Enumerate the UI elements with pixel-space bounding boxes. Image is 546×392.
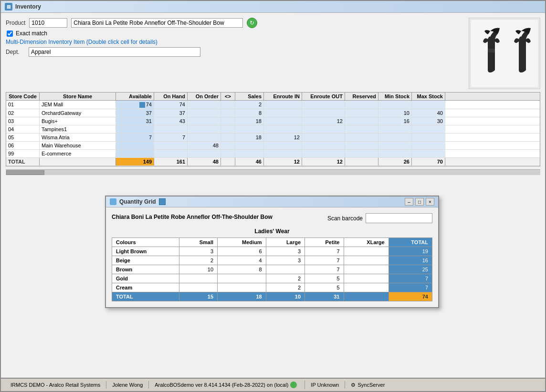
table-row[interactable]: 06 Main Warehouse 48 [6, 142, 540, 150]
table-row[interactable]: 99 E-commerce [6, 150, 540, 158]
enroute-out: 12 [302, 117, 345, 125]
refresh-button[interactable]: ↻ [247, 18, 257, 28]
store-code: 03 [6, 117, 40, 125]
on-order [188, 134, 221, 141]
qty-table-header: Colours Small Medium Large Petite XLarge… [112, 238, 432, 247]
available: 37 [116, 109, 154, 117]
store-name: E-commerce [40, 150, 116, 157]
sales: 8 [235, 109, 264, 117]
col-header-enroute-in: Enroute IN [264, 93, 302, 100]
qty-section-label: Ladies' Wear [112, 228, 432, 235]
on-hand: 74 [154, 101, 188, 109]
qty-content: Chiara Boni La Petite Robe Anneflor Off-… [106, 207, 438, 307]
qty-icon [110, 198, 116, 205]
qty-scan-input[interactable] [366, 213, 432, 223]
table-row[interactable]: Light Brown 3 6 3 7 19 [112, 247, 432, 256]
col-header-max-stock: Max Stock [412, 93, 445, 100]
table-row[interactable]: Brown 10 8 7 25 [112, 265, 432, 274]
table-row[interactable]: 05 Wisma Atria 7 7 18 12 [6, 134, 540, 142]
reserved [345, 117, 378, 125]
on-hand [154, 125, 188, 133]
table-row[interactable]: Gold 2 5 7 [112, 274, 432, 283]
small-cell [179, 274, 217, 283]
max-stock [412, 134, 445, 141]
on-order [188, 117, 221, 125]
store-code: 01 [6, 101, 40, 109]
large-cell: 2 [266, 274, 304, 283]
scrollbar-thumb[interactable] [6, 170, 44, 175]
min-stock [378, 101, 412, 109]
arrow [221, 125, 235, 133]
dept-input[interactable] [29, 47, 200, 57]
qty-restore-button[interactable]: □ [415, 198, 424, 206]
col-header-available: Available [116, 93, 154, 100]
qty-scan-label: Scan barcode [327, 215, 363, 222]
total-on-order: 48 [188, 158, 221, 165]
status-app-name: IRMCS DEMO - Aralco Retail Systems [5, 381, 106, 389]
xlarge-cell [344, 256, 388, 265]
table-row[interactable]: Cream 2 5 7 [112, 283, 432, 292]
table-row[interactable]: Beige 2 4 3 7 16 [112, 256, 432, 265]
qty-close-button[interactable]: × [426, 198, 434, 206]
col-header-store-name: Store Name [40, 93, 116, 100]
on-hand: 43 [154, 117, 188, 125]
reserved [345, 150, 378, 157]
qty-controls[interactable]: – □ × [405, 198, 434, 206]
small-cell: 2 [179, 256, 217, 265]
min-stock: 10 [378, 109, 412, 117]
qty-total-row: TOTAL 15 18 10 31 74 [112, 292, 432, 301]
table-row[interactable]: 03 Bugis+ 31 43 18 12 16 30 [6, 117, 540, 125]
medium-cell: 8 [218, 265, 266, 274]
large-cell: 3 [266, 256, 304, 265]
enroute-in [264, 101, 302, 109]
inventory-icon: ▤ [5, 3, 12, 10]
min-stock [378, 142, 412, 149]
on-order [188, 125, 221, 133]
multi-dim-link[interactable]: Multi-Dimension Inventory Item (Double c… [6, 39, 464, 45]
table-row[interactable]: 01 JEM Mall 74 74 2 [6, 101, 540, 109]
store-name: Wisma Atria [40, 134, 116, 141]
window-title: Inventory [15, 3, 41, 10]
product-name-input[interactable] [71, 18, 243, 28]
available: 7 [116, 134, 154, 141]
small-cell: 3 [179, 247, 217, 256]
available: 31 [116, 117, 154, 125]
arrow [221, 101, 235, 109]
small-cell: 10 [179, 265, 217, 274]
exact-match-checkbox[interactable] [7, 31, 13, 37]
large-cell [266, 265, 304, 274]
status-green-dot [290, 382, 297, 388]
dept-label: Dept. [6, 49, 25, 55]
petite-cell: 5 [305, 283, 344, 292]
arrow [221, 150, 235, 157]
total-available: 149 [116, 158, 154, 165]
inventory-grid: Store Code Store Name Available On Hand … [6, 92, 540, 166]
on-hand: 7 [154, 134, 188, 141]
xlarge-cell [344, 265, 388, 274]
reserved [345, 125, 378, 133]
max-stock [412, 101, 445, 109]
large-cell: 2 [266, 283, 304, 292]
row-total-cell: 16 [388, 256, 432, 265]
petite-cell: 7 [305, 247, 344, 256]
min-stock [378, 134, 412, 141]
grid-header: Store Code Store Name Available On Hand … [6, 93, 540, 101]
product-code-input[interactable] [29, 18, 67, 28]
total-xlarge [344, 292, 388, 301]
qty-color-block [159, 198, 166, 205]
enroute-out [302, 125, 345, 133]
reserved [345, 142, 378, 149]
medium-cell [218, 283, 266, 292]
enroute-in [264, 117, 302, 125]
available [116, 142, 154, 149]
table-row[interactable]: 02 OrchardGateway 37 37 8 10 40 [6, 109, 540, 117]
reserved [345, 134, 378, 141]
available [116, 150, 154, 157]
row-total-cell: 25 [388, 265, 432, 274]
large-cell: 3 [266, 247, 304, 256]
total-on-hand: 161 [154, 158, 188, 165]
scrollbar[interactable] [6, 169, 540, 175]
table-row[interactable]: 04 Tampines1 [6, 125, 540, 134]
col-header-store-code: Store Code [6, 93, 40, 100]
qty-minimize-button[interactable]: – [405, 198, 413, 206]
